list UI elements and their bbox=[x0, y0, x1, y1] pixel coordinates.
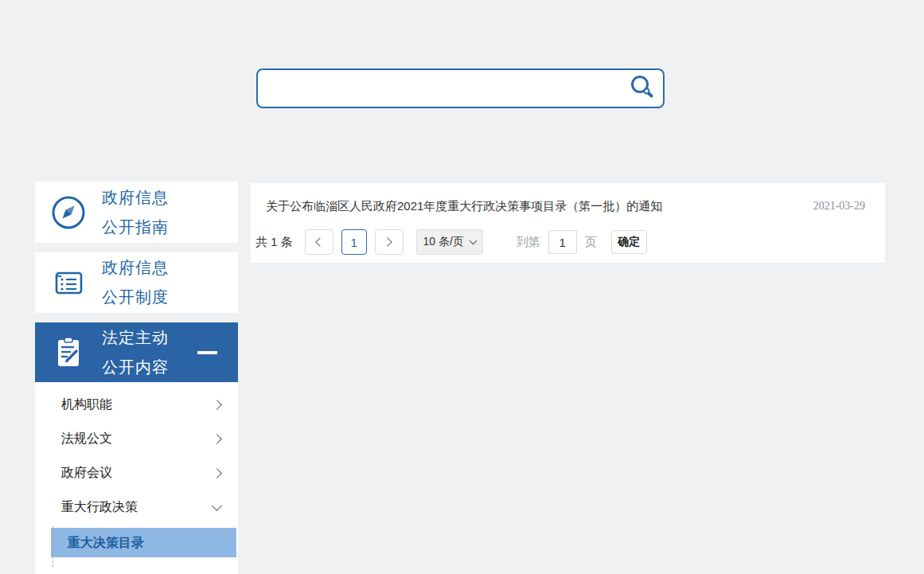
chevron-right-icon bbox=[212, 400, 222, 410]
sidebar-item-gov-info-system[interactable]: 政府信息 公开制度 bbox=[35, 252, 238, 313]
chevron-right-icon bbox=[212, 468, 222, 478]
goto-page-prefix: 到第 bbox=[517, 235, 540, 250]
next-page-button[interactable] bbox=[375, 229, 404, 255]
sidebar-nested-item-decision-catalog[interactable]: 重大决策目录 bbox=[51, 528, 236, 557]
sidebar-label-line: 政府信息 bbox=[102, 253, 169, 283]
collapse-minus-icon[interactable] bbox=[197, 351, 217, 354]
search-input[interactable] bbox=[258, 70, 622, 107]
search-bar bbox=[256, 68, 665, 108]
sidebar-label-line: 公开制度 bbox=[102, 283, 169, 312]
page-size-select[interactable]: 10 条/页 bbox=[416, 229, 483, 255]
compass-icon bbox=[35, 194, 102, 231]
news-date: 2021-03-29 bbox=[813, 200, 865, 213]
chevron-right-icon bbox=[384, 237, 392, 246]
clipboard-pencil-icon bbox=[35, 334, 102, 371]
subitem-label: 重大行政决策 bbox=[61, 499, 138, 516]
sidebar-submenu: 机构职能 法规公文 政府会议 重大行政决策 重大决策目录 bbox=[35, 382, 238, 574]
chevron-left-icon bbox=[316, 237, 325, 246]
sidebar-label-line: 法定主动 bbox=[102, 323, 169, 353]
sidebar-item-gov-info-guide[interactable]: 政府信息 公开指南 bbox=[35, 182, 238, 243]
sidebar-subitem-major-decisions[interactable]: 重大行政决策 bbox=[35, 490, 238, 525]
chevron-right-icon bbox=[212, 434, 222, 444]
search-button[interactable] bbox=[622, 70, 663, 107]
sidebar-label-line: 公开内容 bbox=[102, 353, 169, 382]
chevron-down-icon bbox=[212, 501, 222, 511]
goto-page-suffix: 页 bbox=[585, 235, 597, 250]
tree-dashed-line bbox=[53, 526, 53, 567]
confirm-button[interactable]: 确定 bbox=[611, 230, 647, 254]
sidebar-subitem-org-functions[interactable]: 机构职能 bbox=[35, 388, 238, 422]
content-panel: 关于公布临淄区人民政府2021年度重大行政决策事项目录（第一批）的通知 2021… bbox=[251, 183, 885, 263]
pagination-total: 共 1 条 bbox=[255, 235, 293, 250]
ledger-icon bbox=[35, 264, 102, 301]
page-size-value: 10 条/页 bbox=[423, 235, 464, 249]
subitem-label: 机构职能 bbox=[61, 396, 112, 413]
sidebar-subitem-regulations[interactable]: 法规公文 bbox=[35, 422, 238, 456]
news-title-link[interactable]: 关于公布临淄区人民政府2021年度重大行政决策事项目录（第一批）的通知 bbox=[266, 199, 662, 214]
chevron-down-icon bbox=[469, 237, 477, 245]
pagination-bar: 共 1 条 1 10 条/页 到第 页 确定 bbox=[255, 229, 877, 255]
goto-page-input[interactable] bbox=[548, 230, 577, 254]
page-number-button[interactable]: 1 bbox=[341, 229, 367, 255]
sidebar-label-line: 公开指南 bbox=[102, 213, 169, 242]
list-item: 关于公布临淄区人民政府2021年度重大行政决策事项目录（第一批）的通知 2021… bbox=[266, 191, 865, 221]
sidebar-subitem-gov-meetings[interactable]: 政府会议 bbox=[35, 456, 238, 490]
sidebar-item-statutory-disclosure[interactable]: 法定主动 公开内容 bbox=[35, 322, 238, 382]
subitem-label: 法规公文 bbox=[61, 431, 112, 447]
subitem-label: 政府会议 bbox=[61, 465, 112, 482]
sidebar-label-line: 政府信息 bbox=[102, 183, 169, 213]
prev-page-button[interactable] bbox=[305, 229, 333, 255]
search-icon bbox=[629, 74, 656, 103]
